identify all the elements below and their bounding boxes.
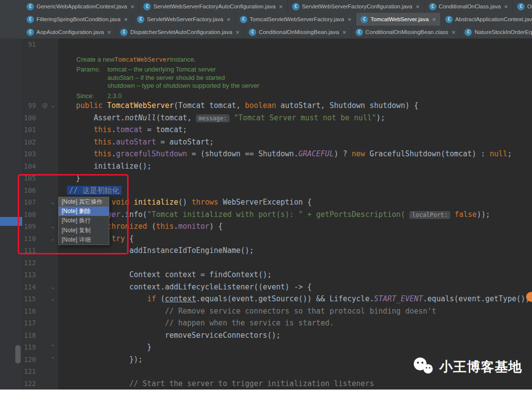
fold-icon[interactable]: ⌃ xyxy=(50,354,55,366)
tab-close-icon[interactable]: × xyxy=(124,16,128,23)
line-number: 91 xyxy=(0,38,36,51)
code-line[interactable]: 122 // Start the server to trigger initi… xyxy=(0,378,532,390)
code-token: GRACEFUL xyxy=(299,149,334,158)
class-icon: C xyxy=(517,3,525,10)
line-number: 122 xyxy=(0,378,36,390)
menu-item[interactable]: [Note] 复制 xyxy=(59,226,109,235)
code-line[interactable]: 114⌄ context.addLifecycleListener((event… xyxy=(0,281,532,293)
tab-close-icon[interactable]: × xyxy=(279,3,283,10)
code-line[interactable]: 119⌃ } xyxy=(0,341,532,354)
code-line[interactable]: 99@⌄ public TomcatWebServer(Tomcat tomca… xyxy=(0,100,532,112)
code-line[interactable]: 101 this.tomcat = tomcat; xyxy=(0,124,532,136)
editor-tab[interactable]: CTomcatWebServer.java× xyxy=(356,13,441,26)
code-line[interactable]: 105 } xyxy=(0,172,532,184)
menu-item[interactable]: [Note] 删除 xyxy=(59,207,109,216)
gutter-cell: ⌄ xyxy=(36,281,58,293)
code-token xyxy=(58,101,76,110)
line-number: 113 xyxy=(0,269,36,281)
editor-tab[interactable]: CTomcatServletWebServerFactory.java× xyxy=(235,13,357,26)
editor-tab[interactable]: CConditionalOnClass.java× xyxy=(425,0,513,13)
code-line[interactable]: 103 this.gracefulShutdown = (shutdown ==… xyxy=(0,148,532,160)
tab-close-icon[interactable]: × xyxy=(236,29,240,36)
editor-tab[interactable]: CAbstractApplicationContext.java× xyxy=(441,13,532,26)
tab-close-icon[interactable]: × xyxy=(131,3,134,10)
tab-close-icon[interactable]: × xyxy=(348,16,352,23)
code-line[interactable]: 104 initialize(); xyxy=(0,160,532,173)
class-icon: C xyxy=(292,3,299,10)
code-line[interactable]: 116 // Remove service connectors so that… xyxy=(0,305,532,318)
code-line[interactable]: 117 // happen when the service is starte… xyxy=(0,317,532,329)
code-line[interactable]: 118 removeServiceConnectors(); xyxy=(0,329,532,342)
class-icon: C xyxy=(27,3,34,10)
menu-item[interactable]: [Note] 其它操作 xyxy=(59,197,109,207)
tab-row: CFilteringSpringBootCondition.java×CServ… xyxy=(22,13,532,26)
code-line[interactable]: 100 Assert.notNull(tomcat, message: "Tom… xyxy=(0,112,532,124)
scrollbar-thumb[interactable] xyxy=(15,345,21,363)
tab-close-icon[interactable]: × xyxy=(342,29,346,36)
tab-label: ConditionalOnMissingBean.java xyxy=(259,29,339,35)
fold-icon[interactable]: ⌄ xyxy=(50,233,55,245)
line-number: 111 xyxy=(0,245,36,257)
editor-tab[interactable]: CNatureStockInOrderErpInv× xyxy=(460,26,532,38)
editor-tab[interactable]: CServletWebServerFactoryConfiguration.ja… xyxy=(288,0,425,13)
editor-tab[interactable]: CServletWebServerFactory.java× xyxy=(133,13,235,26)
tab-label: ServletWebServerFactoryAutoConfiguration… xyxy=(153,3,275,9)
gutter-cell xyxy=(36,172,58,184)
editor-tab[interactable]: CGenericWebApplicationContext.java× xyxy=(22,0,139,13)
fold-icon[interactable]: ⌄ xyxy=(50,220,55,233)
editor-tab[interactable]: CDispatcherServletAutoConfiguration.java… xyxy=(116,26,244,38)
fold-icon[interactable]: ⌄ xyxy=(50,293,55,305)
code-line[interactable]: 113 Context context = findContext(); xyxy=(0,269,532,281)
gutter-cell xyxy=(36,184,58,197)
editor-tab[interactable]: CAopAutoConfiguration.java× xyxy=(22,26,116,38)
editor-tab[interactable]: CConditionalOnMissingBean.class× xyxy=(351,26,461,38)
code-line[interactable]: 106 // 这是初始化 xyxy=(0,184,532,197)
code-token: WebServerException { xyxy=(218,198,312,207)
tab-close-icon[interactable]: × xyxy=(504,3,508,10)
javadoc-text: shutdown – type of shutdown supported by… xyxy=(107,82,260,90)
line-number: 118 xyxy=(0,329,36,342)
code-line[interactable]: 112 xyxy=(0,257,532,269)
wechat-logo-icon xyxy=(412,356,434,378)
tab-close-icon[interactable]: × xyxy=(416,3,420,10)
code-text: context.addLifecycleListener((event) -> … xyxy=(58,281,312,293)
fold-icon[interactable]: ⌄ xyxy=(50,100,55,112)
code-line[interactable]: 115⌄ if (context.equals(event.getSource(… xyxy=(0,293,532,305)
code-text: // Start the server to trigger initializ… xyxy=(58,378,374,390)
fold-icon[interactable]: ⌄ xyxy=(50,281,55,293)
code-token: context.addLifecycleListener((event) -> … xyxy=(58,283,312,291)
code-token: ( xyxy=(156,294,165,303)
fold-icon[interactable]: ⌃ xyxy=(50,341,55,354)
code-token: Assert. xyxy=(58,113,125,122)
code-token: ( xyxy=(147,222,156,231)
editor-tab[interactable]: CServletWebServerFactoryAutoConfiguratio… xyxy=(139,0,287,13)
code-token: false xyxy=(455,210,477,219)
gutter-cell: ⌄ xyxy=(36,196,58,209)
tab-label: ConditionalOnClass.java xyxy=(439,3,501,9)
tab-row: CAopAutoConfiguration.java×CDispatcherSe… xyxy=(22,26,532,38)
code-text: if (context.equals(event.getSource()) &&… xyxy=(58,293,530,305)
class-icon: C xyxy=(27,16,34,23)
editor-tab[interactable]: CFilteringSpringBootCondition.java× xyxy=(22,13,133,26)
javadoc-row: Params:tomcat – the underlying Tomcat se… xyxy=(76,66,532,74)
tab-close-icon[interactable]: × xyxy=(227,16,231,23)
tab-close-icon[interactable]: × xyxy=(452,29,456,36)
line-number: 102 xyxy=(0,136,36,148)
line-number: 114 xyxy=(0,281,36,293)
editor-tab[interactable]: COnClas× xyxy=(513,0,532,13)
menu-item[interactable]: [Note] 换行 xyxy=(59,216,109,225)
tab-close-icon[interactable]: × xyxy=(432,16,436,23)
menu-item[interactable]: [Note] 详细 xyxy=(59,235,109,245)
code-line[interactable]: 91 xyxy=(0,38,532,51)
code-line[interactable]: 102 this.autoStart = autoStart; xyxy=(0,136,532,148)
fold-icon[interactable]: ⌄ xyxy=(50,196,55,209)
code-token xyxy=(58,186,67,195)
line-number: 105 xyxy=(0,172,36,184)
code-token: .equals(event.getSource()) && Lifecycle. xyxy=(196,294,374,303)
code-line[interactable]: 111 addInstanceIdToEngineName(); xyxy=(0,245,532,257)
line-number: 116 xyxy=(0,305,36,318)
tab-close-icon[interactable]: × xyxy=(107,29,111,36)
code-text: initialize(); xyxy=(58,160,152,173)
editor-tab[interactable]: CConditionalOnMissingBean.java× xyxy=(244,26,351,38)
gutter-cell xyxy=(36,112,58,124)
